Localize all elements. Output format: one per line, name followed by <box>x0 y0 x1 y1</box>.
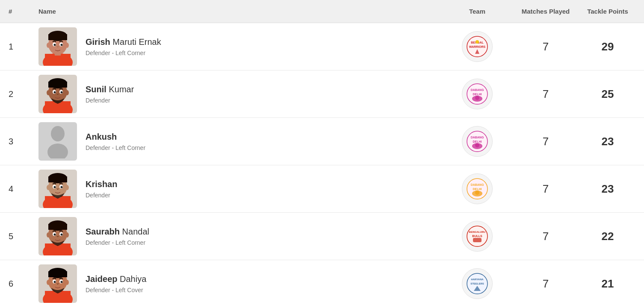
team-logo: DABANG DELHI <box>462 79 493 109</box>
matches-value: 7 <box>511 277 580 290</box>
player-name: Saurabh Nandal <box>86 227 149 237</box>
player-avatar <box>38 264 77 303</box>
player-info: Jaideep Dahiya Defender - Left Cover <box>38 264 443 303</box>
rank-number: 6 <box>9 279 38 289</box>
player-position: Defender <box>86 97 134 104</box>
player-avatar <box>38 27 77 66</box>
svg-text:STEELERS: STEELERS <box>470 282 484 285</box>
team-logo: HARYANA STEELERS <box>462 268 493 299</box>
svg-point-54 <box>47 185 50 190</box>
svg-rect-67 <box>48 224 67 230</box>
player-position: Defender - Left Cover <box>86 287 146 293</box>
team-logo-cell: DABANG DELHI <box>443 126 511 157</box>
svg-rect-6 <box>48 34 67 40</box>
svg-point-9 <box>54 44 56 46</box>
table-row: 2 <box>0 70 644 118</box>
player-name: Girish Maruti Ernak <box>86 37 161 47</box>
svg-point-71 <box>61 234 63 236</box>
team-logo-cell: BENGAL WARRIORS <box>443 31 511 62</box>
svg-point-30 <box>65 90 69 95</box>
svg-text:DELHI: DELHI <box>473 140 482 143</box>
svg-point-37 <box>47 144 68 158</box>
player-text: Girish Maruti Ernak Defender - Left Corn… <box>86 37 161 56</box>
matches-value: 7 <box>511 40 580 53</box>
svg-text:BULLS: BULLS <box>472 235 482 238</box>
player-first-name: Krishan <box>86 179 117 189</box>
table-row: 4 <box>0 165 644 213</box>
table-row: 5 <box>0 213 644 260</box>
tackle-points-value: 21 <box>580 277 635 290</box>
svg-rect-2 <box>45 54 71 66</box>
rank-header: # <box>9 8 38 15</box>
svg-text:DELHI: DELHI <box>473 188 482 191</box>
tackle-points-value: 23 <box>580 182 635 196</box>
matches-header: Matches Played <box>511 8 580 15</box>
svg-point-28 <box>61 91 63 94</box>
svg-point-55 <box>65 185 69 190</box>
player-avatar <box>38 170 77 208</box>
svg-point-89 <box>47 280 50 285</box>
svg-point-29 <box>47 90 50 95</box>
table-row: 3 Ankush Defender - Left Corner DABANG D… <box>0 118 644 165</box>
player-first-name: Saurabh <box>86 227 120 236</box>
svg-point-36 <box>51 126 65 141</box>
svg-point-87 <box>54 281 56 283</box>
player-info: Girish Maruti Ernak Defender - Left Corn… <box>38 27 443 66</box>
team-logo-cell: DABANG DELHI <box>443 79 511 109</box>
tackle-header: Tackle Points <box>580 8 635 15</box>
svg-rect-84 <box>48 271 67 277</box>
player-text: Sunil Kumar Defender <box>86 85 134 104</box>
player-first-name: Sunil <box>86 85 106 94</box>
player-name: Jaideep Dahiya <box>86 274 146 284</box>
team-logo-cell: DABANG DELHI <box>443 173 511 204</box>
svg-text:DELHI: DELHI <box>473 93 482 96</box>
svg-text:DABANG: DABANG <box>471 136 484 139</box>
player-position: Defender - Left Corner <box>86 50 161 56</box>
svg-point-10 <box>61 44 63 46</box>
svg-point-73 <box>65 232 69 238</box>
team-logo-cell: BENGALURU BULLS <box>443 221 511 252</box>
svg-point-35 <box>475 96 479 100</box>
player-position: Defender - Left Corner <box>86 144 145 151</box>
player-text: Saurabh Nandal Defender - Left Corner <box>86 227 149 246</box>
svg-text:DABANG: DABANG <box>471 183 484 186</box>
svg-point-42 <box>475 143 479 147</box>
player-info: Sunil Kumar Defender <box>38 75 443 113</box>
rank-number: 2 <box>9 89 38 99</box>
table-header: # Name Team Matches Played Tackle Points <box>0 0 644 23</box>
player-text: Ankush Defender - Left Corner <box>86 132 145 151</box>
player-position: Defender - Left Corner <box>86 239 149 246</box>
svg-point-72 <box>47 232 50 238</box>
svg-text:HARYANA: HARYANA <box>471 278 484 281</box>
svg-point-88 <box>61 281 63 283</box>
team-logo: BENGAL WARRIORS <box>462 31 493 62</box>
player-text: Krishan Defender <box>86 179 117 199</box>
tackle-points-value: 29 <box>580 40 635 53</box>
player-avatar <box>38 122 77 161</box>
player-text: Jaideep Dahiya Defender - Left Cover <box>86 274 146 293</box>
svg-text:WARRIORS: WARRIORS <box>469 45 486 48</box>
svg-point-11 <box>47 43 50 48</box>
svg-text:BENGALURU: BENGALURU <box>469 231 485 233</box>
matches-value: 7 <box>511 88 580 101</box>
rank-number: 4 <box>9 184 38 194</box>
player-first-name: Jaideep <box>86 274 117 284</box>
rank-number: 5 <box>9 232 38 241</box>
player-info: Ankush Defender - Left Corner <box>38 122 443 161</box>
tackle-points-value: 22 <box>580 230 635 243</box>
svg-text:DABANG: DABANG <box>471 88 484 91</box>
rank-number: 3 <box>9 137 38 147</box>
svg-point-90 <box>65 280 69 285</box>
player-avatar <box>38 217 77 255</box>
player-info: Krishan Defender <box>38 170 443 208</box>
svg-rect-24 <box>48 82 67 88</box>
svg-point-17 <box>476 40 479 44</box>
player-list: 1 <box>0 23 644 305</box>
rank-number: 1 <box>9 42 38 52</box>
team-logo: DABANG DELHI <box>462 173 493 204</box>
player-avatar <box>38 75 77 113</box>
table-row: 6 <box>0 260 644 305</box>
matches-value: 7 <box>511 230 580 243</box>
svg-point-53 <box>61 186 63 188</box>
player-name: Ankush <box>86 132 145 142</box>
